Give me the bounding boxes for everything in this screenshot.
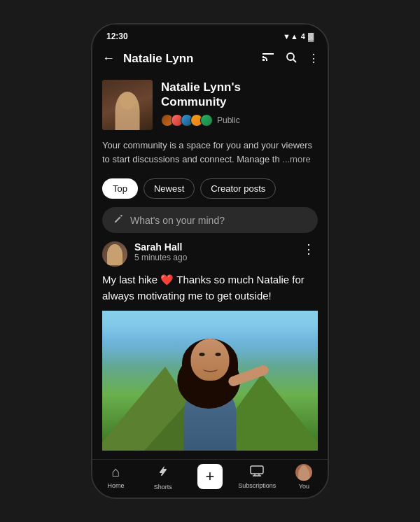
post-author-name: Sarah Hall <box>134 241 300 253</box>
post-more-icon[interactable]: ⋮ <box>300 241 318 257</box>
edit-icon <box>113 214 123 226</box>
shorts-label: Shorts <box>154 484 172 491</box>
subscriptions-icon <box>250 464 264 480</box>
you-label: You <box>299 483 309 490</box>
svg-rect-2 <box>251 466 263 474</box>
status-icons: ▼▲ 4 ▓ <box>283 32 314 41</box>
nav-home[interactable]: ⌂ Home <box>92 464 139 491</box>
community-info: Natalie Lynn'sCommunity Public <box>161 80 318 127</box>
public-badge: Public <box>217 115 240 125</box>
community-header: Natalie Lynn'sCommunity Public <box>92 73 328 137</box>
plus-icon: + <box>206 467 215 486</box>
svg-point-0 <box>287 53 294 60</box>
more-link[interactable]: ...more <box>282 154 310 164</box>
create-button[interactable]: + <box>197 464 223 489</box>
nav-you[interactable]: You <box>281 464 328 491</box>
member-avatars <box>161 114 213 127</box>
community-meta: Public <box>161 114 318 127</box>
post-header: Sarah Hall 5 minutes ago ⋮ <box>102 241 318 267</box>
status-time: 12:30 <box>106 31 128 41</box>
community-thumbnail <box>102 80 153 130</box>
home-label: Home <box>108 482 125 489</box>
post-image-person <box>164 318 255 451</box>
content-scroll[interactable]: Natalie Lynn'sCommunity Public Your comm… <box>92 73 328 459</box>
community-description: Your community is a space for you and yo… <box>92 137 328 173</box>
nav-subscriptions[interactable]: Subscriptions <box>234 464 281 491</box>
cast-icon[interactable] <box>262 52 274 65</box>
tab-creator-posts[interactable]: Creator posts <box>200 178 276 199</box>
post-input-bar[interactable]: What's on your mind? <box>102 207 318 233</box>
nav-create[interactable]: + <box>186 464 233 491</box>
tab-top[interactable]: Top <box>102 178 138 199</box>
post-item: Sarah Hall 5 minutes ago ⋮ My last hike … <box>92 241 328 455</box>
channel-name: Natalie Lynn <box>123 52 256 66</box>
community-title: Natalie Lynn'sCommunity <box>161 80 318 110</box>
search-icon[interactable] <box>286 52 297 66</box>
status-bar: 12:30 ▼▲ 4 ▓ <box>92 24 328 44</box>
post-time: 5 minutes ago <box>134 253 300 262</box>
post-input-placeholder: What's on your mind? <box>130 215 225 226</box>
post-image <box>102 311 318 451</box>
subscriptions-label: Subscriptions <box>238 482 276 489</box>
signal-icon: ▼▲ <box>283 32 298 41</box>
svg-line-1 <box>293 59 296 62</box>
home-icon: ⌂ <box>112 464 120 480</box>
post-text: My last hike ❤️ Thanks so much Natalie f… <box>102 272 318 304</box>
filter-tabs: Top Newest Creator posts <box>92 173 328 206</box>
back-button[interactable]: ← <box>99 48 118 69</box>
top-actions: ⋮ <box>262 52 319 66</box>
face <box>191 339 230 381</box>
member-avatar-5 <box>200 114 213 127</box>
battery-icon: ▓ <box>308 32 314 41</box>
post-author-avatar <box>102 241 127 267</box>
you-avatar <box>295 464 312 481</box>
tab-newest[interactable]: Newest <box>144 178 195 199</box>
bottom-nav: ⌂ Home Shorts + <box>92 459 328 498</box>
network-icon: 4 <box>301 32 305 41</box>
nav-shorts[interactable]: Shorts <box>139 464 186 491</box>
phone-frame: 12:30 ▼▲ 4 ▓ ← Natalie Lynn ⋮ <box>91 23 329 499</box>
community-thumb-figure <box>102 80 153 130</box>
top-bar: ← Natalie Lynn ⋮ <box>92 44 328 73</box>
more-icon[interactable]: ⋮ <box>308 52 319 65</box>
shorts-icon <box>156 464 170 481</box>
post-meta: Sarah Hall 5 minutes ago <box>134 241 300 262</box>
